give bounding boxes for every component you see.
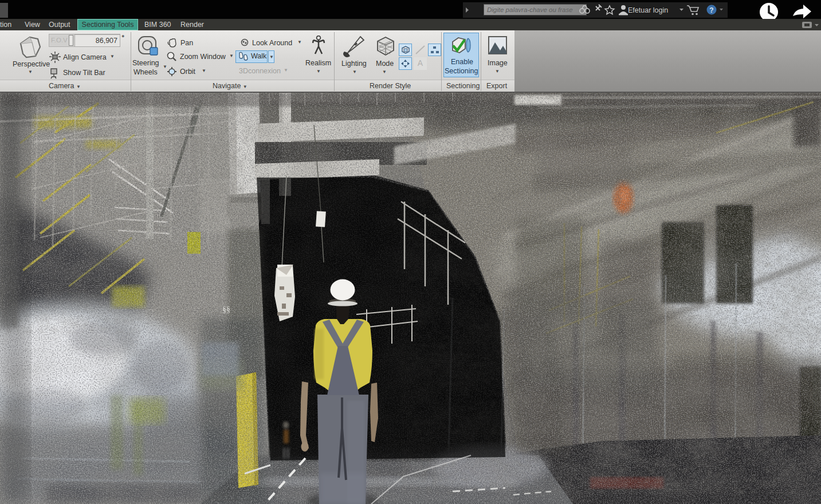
svg-text:Efetuar login: Efetuar login [628, 6, 668, 14]
svg-text:?: ? [709, 6, 713, 14]
svg-text:§§: §§ [222, 305, 230, 314]
